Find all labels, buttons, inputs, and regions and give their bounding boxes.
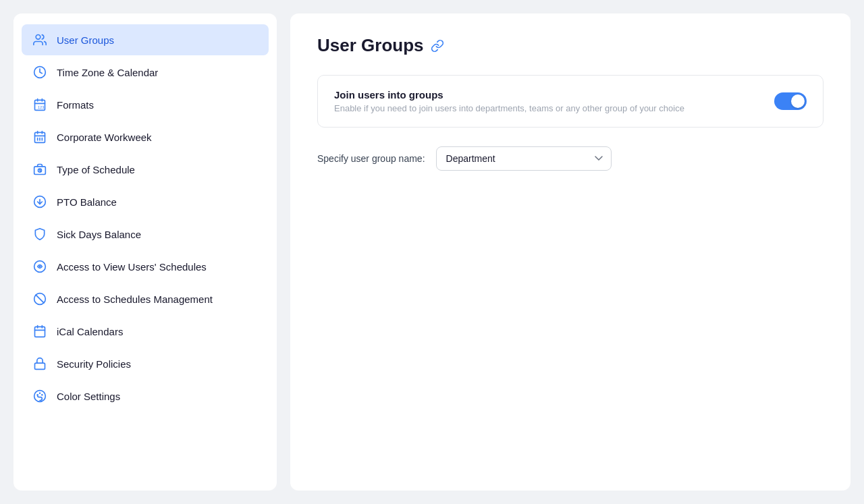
sidebar-item-label: Time Zone & Calendar — [57, 67, 158, 78]
sidebar-item-label: Color Settings — [57, 391, 120, 402]
sidebar-item-time-zone-calendar[interactable]: Time Zone & Calendar — [22, 57, 269, 88]
pto-icon — [32, 194, 47, 209]
svg-rect-26 — [35, 363, 45, 369]
sidebar-item-corporate-workweek[interactable]: Corporate Workweek — [22, 121, 269, 152]
calendar-small-icon — [32, 324, 47, 339]
sidebar-item-formats[interactable]: 123 Formats — [22, 89, 269, 120]
sidebar-item-security-policies[interactable]: Security Policies — [22, 348, 269, 379]
page-title-row: User Groups — [317, 35, 824, 56]
join-users-card: Join users into groups Enable if you nee… — [317, 75, 824, 128]
sidebar-item-label: Security Policies — [57, 358, 131, 370]
app-container: User Groups Time Zone & Calendar 123 For… — [0, 0, 864, 504]
svg-line-21 — [36, 295, 44, 303]
lock-icon — [32, 356, 47, 371]
sidebar-item-pto-balance[interactable]: PTO Balance — [22, 186, 269, 217]
sidebar-item-label: Sick Days Balance — [57, 229, 141, 240]
toggle-slider — [774, 92, 807, 110]
sidebar-item-label: Type of Schedule — [57, 164, 135, 175]
briefcase-clock-icon — [32, 162, 47, 177]
sidebar-item-label: Access to Schedules Management — [57, 293, 213, 305]
shield-check-icon — [32, 227, 47, 242]
sidebar-item-label: Access to View Users' Schedules — [57, 261, 207, 273]
join-users-toggle[interactable] — [774, 92, 807, 110]
group-name-row: Specify user group name: DepartmentTeamD… — [317, 146, 824, 171]
svg-point-19 — [39, 266, 40, 267]
card-description: Enable if you need to join users into de… — [334, 103, 684, 113]
group-name-select[interactable]: DepartmentTeamDivisionCustom Group — [436, 146, 612, 171]
svg-point-27 — [34, 391, 46, 402]
group-name-label: Specify user group name: — [317, 153, 425, 164]
card-text: Join users into groups Enable if you nee… — [334, 89, 684, 113]
sidebar-item-label: Corporate Workweek — [57, 132, 152, 143]
sidebar-item-user-groups[interactable]: User Groups — [22, 24, 269, 55]
ban-circle-icon — [32, 291, 47, 306]
sidebar-item-label: User Groups — [57, 34, 114, 46]
palette-icon — [32, 389, 47, 403]
sidebar-item-access-schedules-mgmt[interactable]: Access to Schedules Management — [22, 283, 269, 314]
svg-text:123: 123 — [38, 105, 45, 109]
link-icon[interactable] — [431, 39, 444, 53]
eye-circle-icon — [32, 259, 47, 274]
svg-point-29 — [39, 393, 41, 395]
calendar-number-icon: 123 — [32, 97, 47, 112]
calendar-grid-icon — [32, 130, 47, 144]
sidebar-item-access-view-schedules[interactable]: Access to View Users' Schedules — [22, 251, 269, 282]
svg-point-30 — [41, 394, 43, 396]
page-title: User Groups — [317, 35, 424, 56]
main-content: User Groups Join users into groups Enabl… — [290, 13, 850, 491]
clock-icon — [32, 65, 47, 80]
sidebar-item-label: iCal Calendars — [57, 326, 123, 337]
users-icon — [32, 32, 47, 47]
svg-point-0 — [36, 35, 40, 40]
card-title: Join users into groups — [334, 89, 684, 101]
svg-rect-7 — [35, 132, 45, 142]
sidebar-item-type-of-schedule[interactable]: Type of Schedule — [22, 154, 269, 185]
sidebar-item-ical-calendars[interactable]: iCal Calendars — [22, 316, 269, 347]
sidebar-item-sick-days-balance[interactable]: Sick Days Balance — [22, 219, 269, 250]
svg-rect-22 — [35, 327, 45, 337]
sidebar-item-label: PTO Balance — [57, 196, 117, 208]
sidebar-item-color-settings[interactable]: Color Settings — [22, 381, 269, 412]
sidebar: User Groups Time Zone & Calendar 123 For… — [14, 13, 277, 491]
sidebar-item-label: Formats — [57, 99, 94, 111]
